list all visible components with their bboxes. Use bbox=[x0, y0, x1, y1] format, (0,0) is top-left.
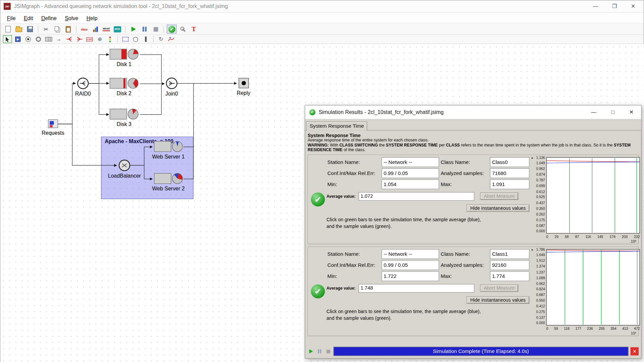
menu-help[interactable]: Help bbox=[83, 13, 102, 23]
dialog-maximize-icon[interactable]: □ bbox=[611, 109, 614, 115]
tick-label: 0.437 bbox=[536, 201, 545, 205]
cut-icon[interactable]: ✂ bbox=[41, 24, 51, 34]
paste-icon[interactable] bbox=[63, 24, 73, 34]
instantaneous-values-chart[interactable] bbox=[546, 157, 640, 233]
fork-glyph-icon bbox=[78, 79, 88, 88]
abort-measure-button[interactable]: Abort Measure bbox=[480, 192, 518, 200]
bezier-edges-tool-icon[interactable] bbox=[167, 35, 176, 43]
tick-label: 0.175 bbox=[536, 218, 545, 222]
minimize-icon[interactable]: — bbox=[593, 3, 598, 9]
simulation-status-text: Simulation Complete (Time Elapsed: 4.0s) bbox=[433, 349, 529, 354]
tick-label: 1.099 bbox=[536, 276, 545, 280]
tick-label: 1.237 bbox=[536, 270, 545, 274]
tick-label: 1.049 bbox=[536, 161, 545, 165]
transition-tool-icon[interactable] bbox=[141, 35, 150, 43]
stop-simulation-icon[interactable] bbox=[151, 24, 160, 34]
tick-label: 413 bbox=[622, 326, 628, 330]
chart-hint-text: Click on green bars to see the simulatio… bbox=[326, 216, 531, 229]
sink-station-tool-icon[interactable] bbox=[23, 35, 33, 43]
source-station-tool-icon[interactable] bbox=[13, 35, 22, 43]
station-reply[interactable]: Reply bbox=[238, 78, 249, 96]
chart-area: ► 1.7861.6491.5121.3741.2371.0990.9620.8… bbox=[531, 248, 637, 334]
x-axis-tick-labels: 0295887116145174203232 bbox=[546, 235, 640, 239]
model-canvas[interactable]: Apache - MaxClients = 100 bbox=[0, 44, 644, 362]
open-model-icon[interactable] bbox=[14, 24, 24, 34]
tick-label: 0 bbox=[546, 326, 548, 330]
station-disk1[interactable]: Disk 1 bbox=[110, 49, 139, 67]
average-value-field[interactable] bbox=[359, 284, 474, 293]
instantaneous-values-chart[interactable] bbox=[546, 249, 640, 325]
template-icon[interactable]: T bbox=[189, 24, 199, 34]
class-name-label: Class Name: bbox=[440, 249, 489, 259]
start-simulation-icon[interactable] bbox=[128, 24, 138, 34]
class-switch-tool-icon[interactable]: ⊕ bbox=[95, 35, 104, 43]
menu-edit[interactable]: Edit bbox=[20, 13, 37, 23]
fork-tool-icon[interactable] bbox=[64, 35, 73, 43]
station-join0[interactable]: Join0 bbox=[166, 77, 177, 97]
tick-label: 236 bbox=[587, 326, 593, 330]
select-tool-icon[interactable] bbox=[3, 35, 12, 43]
source-station-icon bbox=[48, 119, 58, 128]
average-value-field[interactable] bbox=[359, 192, 474, 200]
delay-station-tool-icon[interactable] bbox=[34, 35, 43, 43]
maximize-icon[interactable]: ❐ bbox=[612, 3, 617, 9]
abort-measure-button[interactable]: Abort Measure bbox=[480, 285, 518, 292]
place-tool-icon[interactable] bbox=[131, 35, 140, 43]
station-webserver2[interactable]: Web Server 2 bbox=[154, 173, 183, 192]
station-loadbalancer[interactable]: LoadBalancer bbox=[119, 160, 130, 179]
station-webserver1[interactable]: Web Server 1 bbox=[154, 141, 183, 160]
semaphore-tool-icon[interactable] bbox=[106, 35, 115, 43]
chart-area: ► 1.1361.0490.9620.8740.7870.6990.6120.5… bbox=[531, 156, 637, 242]
station-raid0[interactable]: RAID0 bbox=[77, 77, 89, 97]
dialog-close-icon[interactable]: ✕ bbox=[629, 109, 634, 115]
menu-file[interactable]: File bbox=[3, 13, 20, 23]
main-toolbar: ✂ class WHAT MVA ✔ T bbox=[0, 24, 644, 35]
tick-label: 0.787 bbox=[536, 178, 545, 182]
tick-label: 1.512 bbox=[536, 259, 545, 263]
y-axis-tick-labels: 1.1361.0490.9620.8740.7870.6990.6120.525… bbox=[533, 155, 545, 233]
define-classes-icon[interactable]: class bbox=[79, 24, 89, 34]
pause-simulation-icon[interactable] bbox=[140, 24, 149, 34]
tick-label: 116 bbox=[585, 235, 591, 239]
define-indices-icon[interactable] bbox=[90, 24, 100, 34]
abort-all-icon[interactable]: ✕ bbox=[631, 347, 639, 355]
copy-icon[interactable] bbox=[52, 24, 62, 34]
logger-tool-icon[interactable]: LOG bbox=[85, 35, 94, 43]
stop-simulation-icon[interactable] bbox=[325, 348, 332, 355]
show-results-icon[interactable]: ✔ bbox=[167, 24, 176, 34]
new-model-icon[interactable] bbox=[3, 24, 13, 34]
crossing-arrows-icon bbox=[120, 161, 128, 169]
hide-instantaneous-values-button[interactable]: Hide instantaneous values bbox=[467, 296, 529, 303]
blocking-region-tool-icon[interactable] bbox=[121, 35, 130, 43]
class-name-value: Class1 bbox=[490, 249, 530, 259]
connect-tool-icon[interactable]: → bbox=[54, 35, 63, 43]
station-label: Web Server 2 bbox=[152, 185, 185, 191]
to-jmva-icon[interactable]: MVA bbox=[113, 24, 122, 34]
dialog-title-bar[interactable]: ✔ Simulation Results - 2cl_10stat_fcr_fo… bbox=[305, 106, 641, 120]
dialog-title: Simulation Results - 2cl_10stat_fcr_fork… bbox=[319, 109, 588, 115]
menu-solve[interactable]: Solve bbox=[61, 13, 82, 23]
station-label: RAID0 bbox=[75, 91, 91, 97]
tick-label: 0.687 bbox=[536, 293, 545, 297]
close-icon[interactable]: ✕ bbox=[631, 3, 635, 9]
station-disk2[interactable]: Disk 2 bbox=[110, 78, 139, 97]
resume-simulation-icon[interactable] bbox=[308, 348, 314, 355]
menu-define[interactable]: Define bbox=[37, 13, 61, 23]
analyzed-samples-value: 92160 bbox=[490, 260, 530, 270]
dialog-minimize-icon[interactable]: — bbox=[591, 109, 596, 115]
whatif-analysis-icon[interactable]: WHAT bbox=[101, 24, 111, 34]
hide-instantaneous-values-button[interactable]: Hide instantaneous values bbox=[467, 204, 529, 212]
rotate-tool-icon[interactable]: ↻ bbox=[157, 35, 166, 43]
queue-station-tool-icon[interactable] bbox=[44, 35, 53, 43]
tab-system-response-time[interactable]: System Response Time bbox=[306, 121, 367, 130]
text-segment: SYSTEM RESPONSE TIME bbox=[386, 143, 438, 147]
tick-label: 59 bbox=[554, 326, 558, 330]
join-tool-icon[interactable] bbox=[75, 35, 84, 43]
pause-simulation-icon[interactable] bbox=[316, 348, 323, 355]
simulation-parameters-icon[interactable] bbox=[178, 24, 187, 34]
station-requests[interactable]: Requests bbox=[43, 119, 63, 136]
chart-hint-text: Click on green bars to see the simulatio… bbox=[326, 308, 531, 321]
station-disk3[interactable]: Disk 3 bbox=[110, 109, 139, 127]
class-name-value: Class0 bbox=[490, 157, 530, 167]
save-model-icon[interactable] bbox=[25, 24, 35, 34]
